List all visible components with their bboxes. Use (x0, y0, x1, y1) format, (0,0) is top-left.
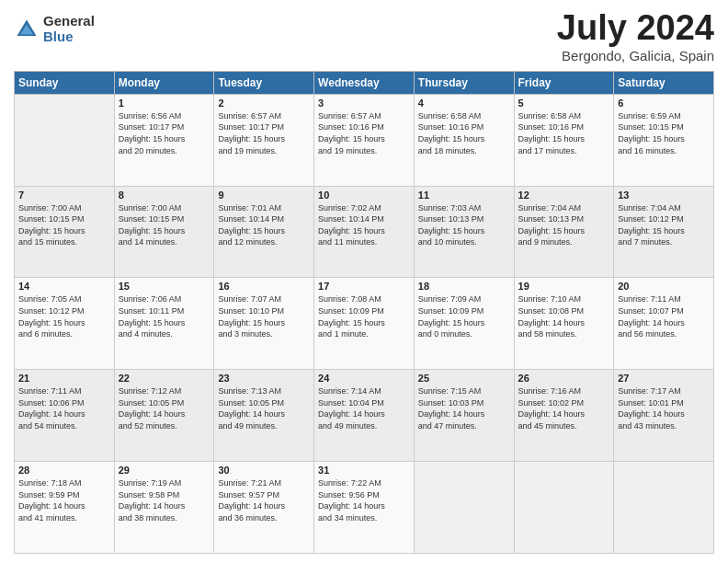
calendar-cell: 1Sunrise: 6:56 AM Sunset: 10:17 PM Dayli… (114, 94, 214, 186)
day-info: Sunrise: 6:57 AM Sunset: 10:16 PM Daylig… (318, 110, 410, 156)
calendar-cell: 17Sunrise: 7:08 AM Sunset: 10:09 PM Dayl… (314, 278, 415, 370)
day-info: Sunrise: 7:17 AM Sunset: 10:01 PM Daylig… (618, 385, 710, 431)
day-number: 7 (18, 190, 110, 201)
day-info: Sunrise: 7:12 AM Sunset: 10:05 PM Daylig… (119, 385, 210, 431)
day-header-friday: Friday (514, 71, 614, 94)
day-number: 31 (318, 465, 410, 476)
day-number: 26 (518, 373, 610, 384)
day-number: 18 (418, 281, 510, 292)
day-number: 10 (318, 190, 410, 201)
day-number: 4 (418, 98, 510, 109)
day-number: 6 (618, 98, 710, 109)
month-title: July 2024 (557, 9, 714, 48)
day-info: Sunrise: 7:21 AM Sunset: 9:57 PM Dayligh… (218, 477, 310, 523)
calendar-cell: 2Sunrise: 6:57 AM Sunset: 10:17 PM Dayli… (214, 94, 314, 186)
calendar-cell: 9Sunrise: 7:01 AM Sunset: 10:14 PM Dayli… (214, 186, 314, 278)
calendar-cell (414, 462, 514, 554)
day-header-saturday: Saturday (614, 71, 714, 94)
calendar-cell: 3Sunrise: 6:57 AM Sunset: 10:16 PM Dayli… (314, 94, 415, 186)
day-number: 23 (218, 373, 310, 384)
day-number: 27 (618, 373, 710, 384)
page: General Blue July 2024 Bergondo, Galicia… (0, 0, 728, 563)
header: General Blue July 2024 Bergondo, Galicia… (14, 9, 714, 63)
calendar-cell (15, 94, 115, 186)
day-info: Sunrise: 7:05 AM Sunset: 10:12 PM Daylig… (18, 293, 110, 339)
calendar-cell: 23Sunrise: 7:13 AM Sunset: 10:05 PM Dayl… (214, 370, 314, 462)
calendar-cell: 4Sunrise: 6:58 AM Sunset: 10:16 PM Dayli… (414, 94, 514, 186)
day-header-tuesday: Tuesday (214, 71, 314, 94)
day-info: Sunrise: 7:00 AM Sunset: 10:15 PM Daylig… (119, 202, 210, 248)
day-number: 16 (218, 281, 310, 292)
calendar-cell: 21Sunrise: 7:11 AM Sunset: 10:06 PM Dayl… (15, 370, 115, 462)
calendar-cell: 15Sunrise: 7:06 AM Sunset: 10:11 PM Dayl… (114, 278, 214, 370)
day-info: Sunrise: 7:19 AM Sunset: 9:58 PM Dayligh… (119, 477, 210, 523)
day-number: 20 (618, 281, 710, 292)
week-row-2: 7Sunrise: 7:00 AM Sunset: 10:15 PM Dayli… (15, 186, 714, 278)
day-number: 30 (218, 465, 310, 476)
day-info: Sunrise: 7:06 AM Sunset: 10:11 PM Daylig… (119, 293, 210, 339)
day-number: 9 (218, 190, 310, 201)
day-number: 3 (318, 98, 410, 109)
day-info: Sunrise: 7:04 AM Sunset: 10:13 PM Daylig… (518, 202, 610, 248)
day-info: Sunrise: 7:01 AM Sunset: 10:14 PM Daylig… (218, 202, 310, 248)
day-info: Sunrise: 7:08 AM Sunset: 10:09 PM Daylig… (318, 293, 410, 339)
calendar-cell: 13Sunrise: 7:04 AM Sunset: 10:12 PM Dayl… (614, 186, 714, 278)
day-number: 17 (318, 281, 410, 292)
calendar-cell: 25Sunrise: 7:15 AM Sunset: 10:03 PM Dayl… (414, 370, 514, 462)
day-info: Sunrise: 7:15 AM Sunset: 10:03 PM Daylig… (418, 385, 510, 431)
calendar-table: SundayMondayTuesdayWednesdayThursdayFrid… (14, 71, 714, 554)
calendar-body: 1Sunrise: 6:56 AM Sunset: 10:17 PM Dayli… (15, 94, 714, 553)
day-info: Sunrise: 6:58 AM Sunset: 10:16 PM Daylig… (518, 110, 610, 156)
day-info: Sunrise: 6:56 AM Sunset: 10:17 PM Daylig… (119, 110, 210, 156)
day-number: 12 (518, 190, 610, 201)
days-header-row: SundayMondayTuesdayWednesdayThursdayFrid… (15, 71, 714, 94)
day-header-monday: Monday (114, 71, 214, 94)
day-info: Sunrise: 7:22 AM Sunset: 9:56 PM Dayligh… (318, 477, 410, 523)
day-number: 14 (18, 281, 110, 292)
day-info: Sunrise: 7:04 AM Sunset: 10:12 PM Daylig… (618, 202, 710, 248)
calendar-cell: 28Sunrise: 7:18 AM Sunset: 9:59 PM Dayli… (15, 462, 115, 554)
day-info: Sunrise: 7:10 AM Sunset: 10:08 PM Daylig… (518, 293, 610, 339)
day-info: Sunrise: 7:02 AM Sunset: 10:14 PM Daylig… (318, 202, 410, 248)
calendar-cell: 19Sunrise: 7:10 AM Sunset: 10:08 PM Dayl… (514, 278, 614, 370)
calendar-cell: 6Sunrise: 6:59 AM Sunset: 10:15 PM Dayli… (614, 94, 714, 186)
day-info: Sunrise: 7:11 AM Sunset: 10:06 PM Daylig… (18, 385, 110, 431)
day-number: 11 (418, 190, 510, 201)
day-number: 5 (518, 98, 610, 109)
day-number: 24 (318, 373, 410, 384)
day-info: Sunrise: 6:58 AM Sunset: 10:16 PM Daylig… (418, 110, 510, 156)
calendar-cell: 20Sunrise: 7:11 AM Sunset: 10:07 PM Dayl… (614, 278, 714, 370)
day-header-sunday: Sunday (15, 71, 115, 94)
calendar-cell: 26Sunrise: 7:16 AM Sunset: 10:02 PM Dayl… (514, 370, 614, 462)
day-number: 28 (18, 465, 110, 476)
day-number: 19 (518, 281, 610, 292)
calendar-cell: 7Sunrise: 7:00 AM Sunset: 10:15 PM Dayli… (15, 186, 115, 278)
week-row-4: 21Sunrise: 7:11 AM Sunset: 10:06 PM Dayl… (15, 370, 714, 462)
logo-general: General (43, 14, 95, 29)
day-number: 25 (418, 373, 510, 384)
calendar-cell: 29Sunrise: 7:19 AM Sunset: 9:58 PM Dayli… (114, 462, 214, 554)
day-info: Sunrise: 7:11 AM Sunset: 10:07 PM Daylig… (618, 293, 710, 339)
day-info: Sunrise: 7:00 AM Sunset: 10:15 PM Daylig… (18, 202, 110, 248)
day-header-thursday: Thursday (414, 71, 514, 94)
calendar-cell: 11Sunrise: 7:03 AM Sunset: 10:13 PM Dayl… (414, 186, 514, 278)
day-number: 1 (119, 98, 210, 109)
logo-blue: Blue (43, 29, 95, 45)
day-header-wednesday: Wednesday (314, 71, 415, 94)
calendar-header: SundayMondayTuesdayWednesdayThursdayFrid… (15, 71, 714, 94)
day-info: Sunrise: 7:13 AM Sunset: 10:05 PM Daylig… (218, 385, 310, 431)
calendar-cell: 16Sunrise: 7:07 AM Sunset: 10:10 PM Dayl… (214, 278, 314, 370)
calendar-cell (514, 462, 614, 554)
day-number: 22 (119, 373, 210, 384)
day-info: Sunrise: 7:14 AM Sunset: 10:04 PM Daylig… (318, 385, 410, 431)
calendar-cell: 27Sunrise: 7:17 AM Sunset: 10:01 PM Dayl… (614, 370, 714, 462)
calendar-cell: 8Sunrise: 7:00 AM Sunset: 10:15 PM Dayli… (114, 186, 214, 278)
calendar-cell: 30Sunrise: 7:21 AM Sunset: 9:57 PM Dayli… (214, 462, 314, 554)
logo: General Blue (14, 14, 95, 44)
day-number: 2 (218, 98, 310, 109)
week-row-3: 14Sunrise: 7:05 AM Sunset: 10:12 PM Dayl… (15, 278, 714, 370)
day-number: 15 (119, 281, 210, 292)
calendar-cell: 12Sunrise: 7:04 AM Sunset: 10:13 PM Dayl… (514, 186, 614, 278)
day-info: Sunrise: 7:09 AM Sunset: 10:09 PM Daylig… (418, 293, 510, 339)
day-number: 8 (119, 190, 210, 201)
